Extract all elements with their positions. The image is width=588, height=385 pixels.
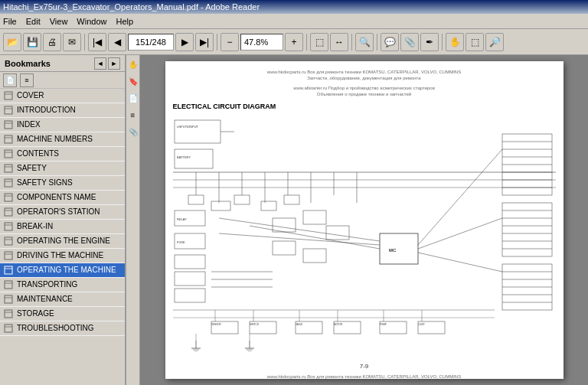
sep1 — [84, 34, 85, 51]
bookmark-item[interactable]: MAINTENANCE — [0, 292, 125, 307]
bookmarks-panel: Bookmarks ◄ ► 📄 ≡ COVER INTRODUCTION IND… — [0, 55, 126, 385]
search-button[interactable]: 🔍 — [355, 33, 374, 51]
pdf-footer-line2: Запчасти, оборудование, документация для… — [173, 379, 556, 383]
window-title: Hitachi_Ex75ur-3_Excavator_Operators_Man… — [3, 2, 260, 11]
pdf-area[interactable]: www.hkdocparts.ru Все для ремонта техник… — [140, 55, 588, 385]
svg-rect-12 — [5, 179, 12, 187]
svg-text:BATTERY: BATTERY — [177, 155, 191, 159]
hand-sidebar-icon[interactable]: ✋ — [127, 58, 139, 70]
fit-page-button[interactable]: ⬚ — [310, 33, 328, 51]
menu-view[interactable]: View — [50, 17, 68, 26]
bookmark-item[interactable]: INTRODUCTION — [0, 103, 125, 118]
main-area: Bookmarks ◄ ► 📄 ≡ COVER INTRODUCTION IND… — [0, 55, 588, 385]
pages-sidebar-icon[interactable]: 📄 — [127, 92, 139, 104]
svg-rect-32 — [5, 325, 12, 332]
open-button[interactable]: 📂 — [3, 33, 21, 51]
bookmark-item[interactable]: DRIVING THE MACHINE — [0, 249, 125, 263]
bookmark-item-label: OPERATING THE MACHINE — [17, 266, 116, 275]
svg-rect-10 — [5, 165, 12, 172]
last-page-button[interactable]: ▶| — [195, 33, 214, 51]
bookmarks-expand-button[interactable]: ► — [108, 57, 120, 70]
bookmark-item-label: STORAGE — [17, 309, 54, 318]
bookmark-item-label: TROUBLESHOOTING — [17, 324, 94, 333]
svg-text:MC: MC — [389, 248, 397, 253]
bookmark-item-label: INTRODUCTION — [17, 106, 76, 115]
bookmark-item[interactable]: COVER — [0, 89, 125, 103]
bookmarks-collapse-button[interactable]: ◄ — [94, 57, 106, 70]
bm-new-button[interactable]: 📄 — [3, 73, 17, 87]
menu-help[interactable]: Help — [116, 17, 133, 26]
zoom-level: 47.8% — [244, 38, 268, 47]
svg-text:SWITCH: SWITCH — [250, 323, 259, 326]
save-button[interactable]: 💾 — [23, 33, 41, 51]
zoom-box[interactable]: 47.8% — [240, 34, 283, 51]
svg-text:FUSE: FUSE — [177, 240, 185, 244]
layers-sidebar-icon[interactable]: ≡ — [127, 109, 139, 121]
bookmark-item[interactable]: COMPONENTS NAME — [0, 191, 125, 205]
bookmark-item-label: SAFETY — [17, 164, 47, 173]
bookmark-item[interactable]: OPERATING THE MACHINE — [0, 263, 125, 278]
email-button[interactable]: ✉ — [63, 33, 81, 51]
bookmark-item-icon — [3, 119, 14, 130]
svg-rect-14 — [5, 194, 12, 201]
prev-page-button[interactable]: ◀ — [108, 33, 126, 51]
pdf-header-line3: www.allstarter.ru Подбор и пройзводство … — [173, 85, 556, 91]
bookmarks-controls: ◄ ► — [94, 57, 120, 70]
bookmark-item-label: CONTENTS — [17, 149, 59, 158]
bookmark-item[interactable]: BREAK-IN — [0, 220, 125, 234]
bookmark-item[interactable]: SAFETY SIGNS — [0, 176, 125, 191]
svg-rect-16 — [5, 208, 12, 216]
menu-window[interactable]: Window — [77, 17, 106, 26]
svg-text:SENSOR: SENSOR — [211, 323, 222, 326]
bookmarks-toolbar: 📄 ≡ — [0, 72, 125, 89]
bookmark-item[interactable]: OPERATOR'S STATION — [0, 205, 125, 220]
menu-file[interactable]: File — [3, 17, 17, 26]
bookmark-item-label: OPERATING THE ENGINE — [17, 237, 110, 246]
pdf-header2: www.allstarter.ru Подбор и пройзводство … — [173, 85, 556, 98]
select-tool-button[interactable]: ⬚ — [466, 33, 484, 51]
bookmark-item[interactable]: MACHINE NUMBERS — [0, 132, 125, 147]
pdf-header: www.hkdocparts.ru Все для ремонта техник… — [173, 69, 556, 82]
zoom-in-button[interactable]: + — [285, 33, 303, 51]
bookmark-item[interactable]: CONTENTS — [0, 147, 125, 162]
bookmark-item-icon — [3, 192, 14, 203]
attach-button[interactable]: 📎 — [400, 33, 419, 51]
fit-width-button[interactable]: ↔ — [330, 33, 348, 51]
comment-button[interactable]: 💬 — [381, 33, 399, 51]
bookmark-item[interactable]: SAFETY — [0, 162, 125, 176]
svg-rect-20 — [5, 237, 12, 245]
bookmark-item-icon — [3, 221, 14, 232]
zoom-out-button[interactable]: − — [220, 33, 239, 51]
bookmark-item[interactable]: STORAGE — [0, 307, 125, 321]
bookmark-item[interactable]: TRANSPORTING — [0, 278, 125, 292]
page-number: 7-9 — [173, 363, 556, 370]
first-page-button[interactable]: |◀ — [88, 33, 106, 51]
bookmark-item[interactable]: TROUBLESHOOTING — [0, 321, 125, 336]
attach-sidebar-icon[interactable]: 📎 — [127, 126, 139, 138]
bm-options-button[interactable]: ≡ — [20, 73, 34, 87]
pdf-page: www.hkdocparts.ru Все для ремонта техник… — [165, 61, 564, 379]
bookmark-item[interactable]: OPERATING THE ENGINE — [0, 234, 125, 249]
next-page-button[interactable]: ▶ — [175, 33, 194, 51]
sep4 — [351, 34, 352, 51]
bookmarks-sidebar-icon[interactable]: 🔖 — [127, 75, 139, 87]
bookmarks-list[interactable]: COVER INTRODUCTION INDEX MACHINE NUMBERS… — [0, 89, 125, 385]
bookmark-item-label: INDEX — [17, 120, 41, 129]
page-input[interactable]: 151 / 248 — [128, 34, 174, 51]
bookmark-item-label: MAINTENANCE — [17, 295, 73, 304]
print-button[interactable]: 🖨 — [43, 33, 61, 51]
bookmark-item-icon — [3, 134, 14, 145]
bookmark-item-icon — [3, 105, 14, 116]
bookmark-item-icon — [3, 250, 14, 261]
sign-button[interactable]: ✒ — [420, 33, 439, 51]
menu-bar: File Edit View Window Help — [0, 14, 588, 29]
bookmark-item-label: BREAK-IN — [17, 222, 53, 231]
bookmarks-title: Bookmarks — [5, 59, 51, 68]
bookmark-item[interactable]: INDEX — [0, 118, 125, 132]
zoom-tool-button[interactable]: 🔎 — [485, 33, 504, 51]
menu-edit[interactable]: Edit — [26, 17, 41, 26]
svg-rect-6 — [5, 135, 12, 143]
hand-tool-button[interactable]: ✋ — [446, 33, 464, 51]
svg-rect-26 — [5, 281, 12, 289]
bookmark-item-label: OPERATOR'S STATION — [17, 207, 100, 217]
